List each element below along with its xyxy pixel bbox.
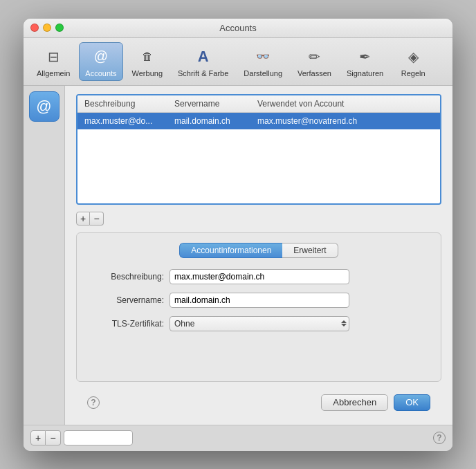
titlebar: Accounts xyxy=(24,19,452,38)
tab-accountinfo[interactable]: Accountinformationen xyxy=(179,243,282,258)
footer-actions: + − xyxy=(30,430,61,445)
verfassen-icon: ✏ xyxy=(303,46,325,68)
allgemein-icon: ⊟ xyxy=(42,46,64,68)
toolbar-regeln[interactable]: ◈ Regeln xyxy=(392,42,434,81)
servername-label: Servername: xyxy=(88,295,164,305)
toolbar-regeln-label: Regeln xyxy=(401,69,425,77)
window-controls xyxy=(30,24,64,32)
accounts-icon: @ xyxy=(90,46,112,68)
toolbar-schrift[interactable]: A Schrift & Farbe xyxy=(172,42,235,81)
beschreibung-row: Beschreibung: xyxy=(88,269,430,284)
table-actions: + − xyxy=(76,212,441,226)
servername-row: Servername: xyxy=(88,293,430,308)
toolbar-accounts-label: Accounts xyxy=(85,69,116,77)
window-title: Accounts xyxy=(219,23,256,33)
toolbar-darstellung[interactable]: 👓 Darstellung xyxy=(237,42,289,81)
beschreibung-label: Beschreibung: xyxy=(88,272,164,282)
main-window: Accounts ⊟ Allgemein @ Accounts 🗑 Werbun… xyxy=(24,19,452,451)
footer-input[interactable] xyxy=(64,430,133,445)
toolbar-signaturen-label: Signaturen xyxy=(347,69,383,77)
toolbar: ⊟ Allgemein @ Accounts 🗑 Werbung A Schri… xyxy=(24,38,452,86)
cell-beschreibung: max.muster@do... xyxy=(82,115,172,127)
remove-account-button[interactable]: − xyxy=(90,212,104,226)
cell-account: max.muster@novatrend.ch xyxy=(255,115,436,127)
toolbar-darstellung-label: Darstellung xyxy=(244,69,282,77)
sidebar: @ xyxy=(24,86,65,425)
darstellung-icon: 👓 xyxy=(252,46,274,68)
footer-help-icon[interactable]: ? xyxy=(433,432,446,444)
toolbar-allgemein[interactable]: ⊟ Allgemein xyxy=(30,42,76,81)
toolbar-verfassen-label: Verfassen xyxy=(298,69,331,77)
bottom-bar: ? Abbrechen OK xyxy=(76,389,441,416)
toolbar-accounts[interactable]: @ Accounts xyxy=(79,42,122,81)
tls-row: TLS-Zertifikat: Ohne Immer Wenn verfügba… xyxy=(88,316,430,331)
maximize-button[interactable] xyxy=(55,24,64,32)
panel-area: Beschreibung Servername Verwendet von Ac… xyxy=(65,86,452,425)
accounts-table: Beschreibung Servername Verwendet von Ac… xyxy=(76,94,441,205)
tls-select-wrapper: Ohne Immer Wenn verfügbar xyxy=(170,316,349,331)
dialog-buttons: Abbrechen OK xyxy=(321,394,430,411)
toolbar-allgemein-label: Allgemein xyxy=(37,69,70,77)
sub-panel: Accountinformationen Erweitert Beschreib… xyxy=(76,232,441,382)
col-beschreibung: Beschreibung xyxy=(82,98,172,110)
segment-control: Accountinformationen Erweitert xyxy=(88,243,430,258)
signaturen-icon: ✒ xyxy=(354,46,376,68)
toolbar-verfassen[interactable]: ✏ Verfassen xyxy=(291,42,338,81)
window-footer: + − ? xyxy=(24,425,452,451)
ok-button[interactable]: OK xyxy=(394,394,430,411)
toolbar-werbung-label: Werbung xyxy=(132,69,163,77)
table-row[interactable]: max.muster@do... mail.domain.ch max.must… xyxy=(77,113,440,129)
sidebar-account-icon[interactable]: @ xyxy=(29,91,60,122)
servername-input[interactable] xyxy=(170,293,349,308)
col-servername: Servername xyxy=(172,98,255,110)
beschreibung-input[interactable] xyxy=(170,269,349,284)
tab-erweitert[interactable]: Erweitert xyxy=(282,243,338,258)
footer-add-button[interactable]: + xyxy=(30,430,46,445)
sidebar-at-symbol: @ xyxy=(36,98,51,116)
cancel-button[interactable]: Abbrechen xyxy=(321,394,388,411)
main-content: @ Beschreibung Servername Verwendet von … xyxy=(24,86,452,425)
footer-remove-button[interactable]: − xyxy=(46,430,61,445)
help-icon[interactable]: ? xyxy=(87,396,100,409)
toolbar-werbung[interactable]: 🗑 Werbung xyxy=(126,42,169,81)
tls-label: TLS-Zertifikat: xyxy=(88,319,164,329)
regeln-icon: ◈ xyxy=(402,46,424,68)
werbung-icon: 🗑 xyxy=(136,46,158,68)
close-button[interactable] xyxy=(30,24,39,32)
toolbar-signaturen[interactable]: ✒ Signaturen xyxy=(340,42,390,81)
minimize-button[interactable] xyxy=(43,24,51,32)
cell-servername: mail.domain.ch xyxy=(172,115,255,127)
footer-left: + − xyxy=(30,430,133,445)
tls-select[interactable]: Ohne Immer Wenn verfügbar xyxy=(170,316,349,331)
schrift-icon: A xyxy=(192,46,214,68)
table-header: Beschreibung Servername Verwendet von Ac… xyxy=(77,95,440,113)
add-account-button[interactable]: + xyxy=(76,212,90,226)
toolbar-schrift-label: Schrift & Farbe xyxy=(178,69,228,77)
col-account: Verwendet von Account xyxy=(255,98,436,110)
